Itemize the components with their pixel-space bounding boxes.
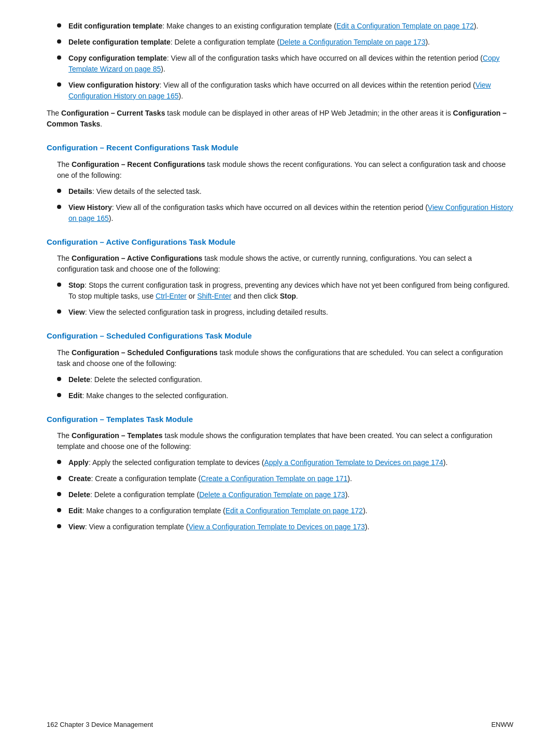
item-term: Delete configuration template xyxy=(68,38,171,46)
section-heading-active: Configuration – Active Configurations Ta… xyxy=(47,236,513,248)
section-recent: Configuration – Recent Configurations Ta… xyxy=(47,142,513,224)
item-content: Copy configuration template: View all of… xyxy=(68,53,513,75)
section-templates: Configuration – Templates Task Module Th… xyxy=(47,414,513,533)
item-desc: : View all of the configuration tasks wh… xyxy=(112,203,428,212)
scheduled-bullet-list: Delete: Delete the selected configuratio… xyxy=(47,374,513,401)
item-term: View xyxy=(68,308,85,316)
item-after: ). xyxy=(347,474,352,483)
list-item: Create: Create a configuration template … xyxy=(47,473,513,484)
bold-active: Configuration – Active Configurations xyxy=(72,254,202,262)
item-content: Edit configuration template: Make change… xyxy=(68,21,513,32)
bullet-icon xyxy=(57,508,61,512)
delete-config-link[interactable]: Delete a Configuration Template on page … xyxy=(279,38,426,46)
edit-template-link[interactable]: Edit a Configuration Template on page 17… xyxy=(226,507,363,515)
item-desc-post: and then click xyxy=(231,292,279,300)
bold-current-tasks: Configuration – Current Tasks xyxy=(61,109,165,117)
section-scheduled-intro: The Configuration – Scheduled Configurat… xyxy=(47,347,513,369)
list-item: View configuration history: View all of … xyxy=(47,80,513,102)
item-content: Delete: Delete the selected configuratio… xyxy=(68,374,513,385)
bullet-icon xyxy=(57,476,61,480)
bold-stop: Stop xyxy=(280,292,296,300)
item-after: ). xyxy=(178,92,183,100)
list-item: Details: View details of the selected ta… xyxy=(47,186,513,197)
list-item: Stop: Stops the current configuration ta… xyxy=(47,280,513,302)
footer-right: ENWW xyxy=(491,720,513,730)
item-term: Edit xyxy=(68,507,82,515)
item-desc: : Delete the selected configuration. xyxy=(90,375,202,384)
item-term: Edit xyxy=(68,391,82,400)
item-desc: : Delete a configuration template ( xyxy=(171,38,279,46)
bullet-icon xyxy=(57,492,61,496)
list-item: View History: View all of the configurat… xyxy=(47,202,513,224)
section-heading-scheduled: Configuration – Scheduled Configurations… xyxy=(47,330,513,342)
create-template-link[interactable]: Create a Configuration Template on page … xyxy=(201,474,347,483)
item-after: ). xyxy=(474,22,479,30)
bullet-icon xyxy=(57,310,61,314)
list-item: Delete: Delete a configuration template … xyxy=(47,489,513,500)
item-after: ). xyxy=(109,214,114,222)
note-paragraph: The Configuration – Current Tasks task m… xyxy=(47,108,513,130)
footer-left: 162 Chapter 3 Device Management xyxy=(47,720,153,730)
item-desc: : View a configuration template ( xyxy=(85,523,189,531)
item-content: View configuration history: View all of … xyxy=(68,80,513,102)
item-desc: : Make changes to the selected configura… xyxy=(82,391,228,400)
bullet-icon xyxy=(57,393,61,397)
section-active-intro: The Configuration – Active Configuration… xyxy=(47,253,513,275)
item-content: Create: Create a configuration template … xyxy=(68,473,513,484)
item-desc: : View all of the configuration tasks wh… xyxy=(167,54,483,62)
bullet-icon xyxy=(57,39,61,44)
item-term: View configuration history xyxy=(68,81,160,89)
edit-config-link[interactable]: Edit a Configuration Template on page 17… xyxy=(337,22,474,30)
item-content: Details: View details of the selected ta… xyxy=(68,186,513,197)
bullet-icon xyxy=(57,55,61,60)
item-content: Apply: Apply the selected configuration … xyxy=(68,457,513,468)
active-bullet-list: Stop: Stops the current configuration ta… xyxy=(47,280,513,318)
list-item: Edit: Make changes to a configuration te… xyxy=(47,505,513,516)
view-template-link[interactable]: View a Configuration Template to Devices… xyxy=(188,523,365,531)
section-templates-intro: The Configuration – Templates task modul… xyxy=(47,430,513,452)
item-term: Stop xyxy=(68,281,85,289)
templates-bullet-list: Apply: Apply the selected configuration … xyxy=(47,457,513,532)
bullet-icon xyxy=(57,189,61,193)
item-after: ). xyxy=(161,65,165,73)
bullet-icon xyxy=(57,82,61,87)
apply-template-link[interactable]: Apply a Configuration Template to Device… xyxy=(264,458,443,467)
item-desc: : Apply the selected configuration templ… xyxy=(89,458,264,467)
item-content: View: View the selected configuration ta… xyxy=(68,307,513,318)
item-after: . xyxy=(296,292,298,300)
bullet-icon xyxy=(57,23,61,27)
page-footer: 162 Chapter 3 Device Management ENWW xyxy=(47,720,513,730)
delete-template-link[interactable]: Delete a Configuration Template on page … xyxy=(199,490,345,499)
item-content: Stop: Stops the current configuration ta… xyxy=(68,280,513,302)
item-content: View: View a configuration template (Vie… xyxy=(68,522,513,532)
bullet-icon xyxy=(57,283,61,287)
item-term: Apply xyxy=(68,458,89,467)
page-container: Edit configuration template: Make change… xyxy=(0,0,560,745)
intro-bullet-list: Edit configuration template: Make change… xyxy=(47,21,513,102)
ctrl-enter-link[interactable]: Ctrl-Enter xyxy=(156,292,187,300)
item-desc: : View details of the selected task. xyxy=(92,187,202,195)
bullet-icon xyxy=(57,460,61,464)
list-item: View: View a configuration template (Vie… xyxy=(47,522,513,532)
list-item: View: View the selected configuration ta… xyxy=(47,307,513,318)
item-desc: : Create a configuration template ( xyxy=(91,474,201,483)
item-after: ). xyxy=(363,507,368,515)
section-heading-templates: Configuration – Templates Task Module xyxy=(47,414,513,426)
item-term: Delete xyxy=(68,375,90,384)
bullet-icon xyxy=(57,524,61,528)
section-recent-intro: The Configuration – Recent Configuration… xyxy=(47,159,513,181)
list-item: Delete configuration template: Delete a … xyxy=(47,37,513,48)
item-term: Create xyxy=(68,474,91,483)
item-term: Delete xyxy=(68,490,90,499)
bold-scheduled: Configuration – Scheduled Configurations xyxy=(72,348,218,357)
item-desc: : Make changes to a configuration templa… xyxy=(82,507,225,515)
item-desc: : Make changes to an existing configurat… xyxy=(162,22,336,30)
list-item: Edit: Make changes to the selected confi… xyxy=(47,390,513,401)
item-content: View History: View all of the configurat… xyxy=(68,202,513,224)
item-after: ). xyxy=(345,490,350,499)
section-heading-recent: Configuration – Recent Configurations Ta… xyxy=(47,142,513,154)
list-item: Edit configuration template: Make change… xyxy=(47,21,513,32)
shift-enter-link[interactable]: Shift-Enter xyxy=(197,292,231,300)
item-after: ). xyxy=(425,38,430,46)
item-desc: : View all of the configuration tasks wh… xyxy=(160,81,475,89)
